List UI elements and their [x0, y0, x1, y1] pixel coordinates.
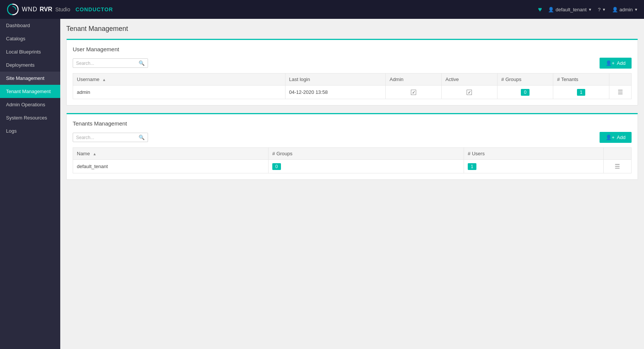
- col-tenant-groups-label: # Groups: [272, 151, 292, 156]
- tenant-table-header-row: Name ▲ # Groups # Users: [73, 148, 632, 160]
- user-management-table: Username ▲ Last login Admin Active: [73, 73, 632, 99]
- health-icon[interactable]: ♥: [538, 6, 542, 14]
- col-header-actions: [609, 73, 631, 86]
- tenant-search-box[interactable]: 🔍: [73, 133, 148, 142]
- tenant-selector[interactable]: 👤 default_tenant ▼: [548, 7, 592, 12]
- col-header-active: Active: [441, 73, 497, 86]
- tenant-row-menu-icon[interactable]: ☰: [615, 163, 620, 170]
- sidebar-item-local-blueprints[interactable]: Local Blueprints: [0, 45, 60, 58]
- tenant-groups-cell: 0: [269, 160, 464, 173]
- col-tenant-users-label: # Users: [468, 151, 485, 156]
- navbar-right: ♥ 👤 default_tenant ▼ ? ▼ 👤 admin ▼: [538, 6, 638, 14]
- page-title: Tenant Management: [66, 25, 638, 33]
- sidebar-item-deployments[interactable]: Deployments: [0, 58, 60, 72]
- brand-logo: WNDRVR Studio CONDUCTOR: [6, 3, 113, 16]
- tenant-icon: 👤: [548, 7, 554, 12]
- main-content: Tenant Management User Management 🔍 👤+ A…: [60, 19, 644, 349]
- tenant-name-cell: default_tenant: [73, 160, 269, 173]
- sidebar-item-label: System Resources: [6, 115, 47, 121]
- tenant-add-icon: 👤+: [606, 135, 615, 140]
- tenants-management-card: Tenants Management 🔍 👤+ Add Name ▲: [66, 113, 638, 180]
- col-admin-label: Admin: [389, 77, 403, 82]
- brand-studio: Studio: [55, 6, 70, 12]
- sidebar-item-tenant-management[interactable]: Tenant Management: [0, 85, 60, 98]
- tenant-add-button[interactable]: 👤+ Add: [600, 132, 632, 143]
- navbar-left: WNDRVR Studio CONDUCTOR: [6, 3, 113, 16]
- tenant-users-badge: 1: [468, 163, 476, 170]
- user-management-toolbar: 🔍 👤+ Add: [73, 58, 632, 69]
- col-header-tenant-actions: [603, 148, 631, 160]
- col-header-tenants: # Tenants: [553, 73, 609, 86]
- col-header-tenant-groups: # Groups: [269, 148, 464, 160]
- brand-icon: [6, 3, 20, 16]
- brand-rvr: RVR: [40, 6, 52, 13]
- tenant-actions-cell: ☰: [603, 160, 631, 173]
- sort-username-icon: ▲: [102, 78, 106, 82]
- user-active-cell: [441, 86, 497, 99]
- help-caret-icon: ▼: [602, 8, 606, 12]
- col-header-admin: Admin: [386, 73, 441, 86]
- tenant-add-label: Add: [617, 135, 626, 140]
- tenant-groups-badge: 0: [272, 163, 281, 170]
- sidebar-item-catalogs[interactable]: Catalogs: [0, 32, 60, 45]
- col-username-label: Username: [77, 77, 99, 82]
- user-search-box[interactable]: 🔍: [73, 58, 148, 68]
- sidebar-item-admin-operations[interactable]: Admin Operations: [0, 98, 60, 111]
- sidebar-item-label: Logs: [6, 128, 17, 134]
- user-tenants-cell: 1: [553, 86, 609, 99]
- user-add-icon: 👤+: [606, 60, 615, 66]
- sidebar-item-site-management[interactable]: Site Management: [0, 72, 60, 85]
- tenant-search-icon[interactable]: 🔍: [139, 135, 145, 140]
- help-button[interactable]: ? ▼: [598, 7, 606, 12]
- tenant-search-input[interactable]: [76, 135, 139, 140]
- tenants-badge: 1: [577, 89, 586, 96]
- user-search-input[interactable]: [76, 61, 139, 66]
- user-groups-cell: 0: [497, 86, 553, 99]
- sort-name-icon: ▲: [93, 152, 96, 156]
- tenant-caret-icon: ▼: [588, 8, 592, 12]
- sidebar-item-label: Site Management: [6, 75, 44, 81]
- tenants-management-title: Tenants Management: [73, 120, 632, 127]
- col-tenant-name-label: Name: [77, 151, 90, 156]
- col-groups-label: # Groups: [501, 77, 521, 82]
- sidebar-item-label: Catalogs: [6, 36, 25, 41]
- col-header-tenant-name[interactable]: Name ▲: [73, 148, 269, 160]
- user-table-header-row: Username ▲ Last login Admin Active: [73, 73, 632, 86]
- col-header-groups: # Groups: [497, 73, 553, 86]
- user-username-cell: admin: [73, 86, 285, 99]
- col-header-tenant-users: # Users: [464, 148, 604, 160]
- sidebar-item-logs[interactable]: Logs: [0, 124, 60, 138]
- tenant-label: default_tenant: [555, 7, 586, 12]
- sidebar-item-label: Dashboard: [6, 23, 30, 28]
- admin-caret-icon: ▼: [634, 8, 638, 12]
- user-management-card: User Management 🔍 👤+ Add Username ▲: [66, 39, 638, 106]
- table-row: default_tenant 0 1 ☰: [73, 160, 632, 173]
- user-add-label: Add: [617, 60, 626, 66]
- table-row: admin 04-12-2020 13:58 0 1: [73, 86, 632, 99]
- user-actions-cell: ☰: [609, 86, 631, 99]
- sidebar-item-label: Admin Operations: [6, 102, 45, 107]
- user-admin-cell: [386, 86, 441, 99]
- tenants-management-table: Name ▲ # Groups # Users defa: [73, 147, 632, 173]
- sidebar-item-dashboard[interactable]: Dashboard: [0, 19, 60, 32]
- user-row-menu-icon[interactable]: ☰: [618, 89, 623, 95]
- sidebar-item-label: Tenant Management: [6, 89, 51, 94]
- brand-conductor: CONDUCTOR: [75, 6, 113, 12]
- admin-icon: 👤: [612, 7, 618, 12]
- col-header-lastlogin: Last login: [285, 73, 386, 86]
- col-active-label: Active: [446, 77, 459, 82]
- col-tenants-label: # Tenants: [557, 77, 578, 82]
- col-header-username[interactable]: Username ▲: [73, 73, 285, 86]
- sidebar-item-system-resources[interactable]: System Resources: [0, 111, 60, 124]
- groups-badge: 0: [521, 89, 530, 96]
- sidebar-item-label: Local Blueprints: [6, 49, 41, 55]
- admin-button[interactable]: 👤 admin ▼: [612, 7, 638, 12]
- brand-wnd: WND: [22, 6, 37, 13]
- tenants-management-toolbar: 🔍 👤+ Add: [73, 132, 632, 143]
- user-management-title: User Management: [73, 46, 632, 52]
- user-add-button[interactable]: 👤+ Add: [600, 58, 632, 69]
- user-lastlogin-cell: 04-12-2020 13:58: [285, 86, 386, 99]
- app-body: Dashboard Catalogs Local Blueprints Depl…: [0, 19, 644, 349]
- col-lastlogin-label: Last login: [289, 77, 310, 82]
- user-search-icon[interactable]: 🔍: [139, 60, 145, 66]
